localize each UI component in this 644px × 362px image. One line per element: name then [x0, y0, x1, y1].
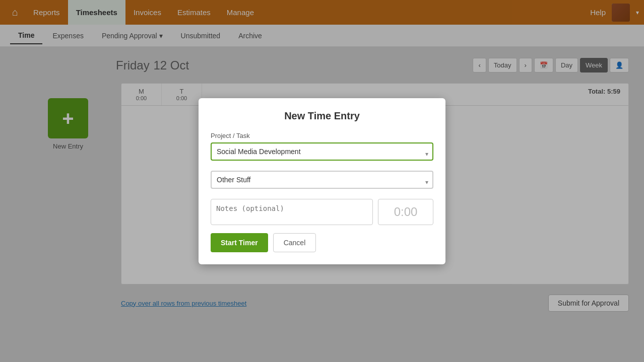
modal-title: New Time Entry — [211, 110, 433, 122]
task-select-wrapper: Other Stuff Development Design Testing — [211, 171, 433, 194]
modal-overlay: New Time Entry Project / Task Social Med… — [0, 0, 644, 362]
project-select-wrapper: Social Media Development Project Alpha P… — [211, 142, 433, 166]
modal-actions: Start Timer Cancel — [211, 233, 433, 252]
new-time-entry-modal: New Time Entry Project / Task Social Med… — [199, 98, 445, 264]
cancel-button[interactable]: Cancel — [273, 233, 316, 252]
start-timer-button[interactable]: Start Timer — [211, 233, 268, 252]
project-task-label: Project / Task — [211, 132, 433, 139]
notes-input[interactable] — [211, 199, 373, 225]
notes-time-row: 0:00 — [211, 199, 433, 225]
time-display: 0:00 — [378, 199, 433, 225]
project-select[interactable]: Social Media Development Project Alpha P… — [211, 142, 433, 161]
task-select[interactable]: Other Stuff Development Design Testing — [211, 171, 433, 189]
